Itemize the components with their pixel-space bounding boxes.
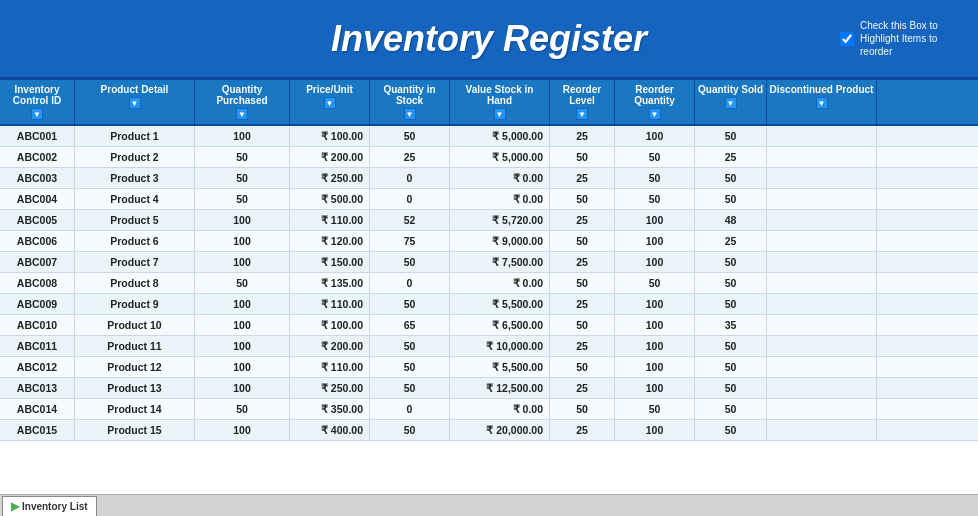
tab-bar: ▶ Inventory List: [0, 494, 978, 516]
app-container: Inventory Register Check this Box to Hig…: [0, 0, 978, 516]
table-cell: 25: [550, 252, 615, 272]
table-cell: 50: [615, 147, 695, 167]
table-cell: Product 11: [75, 336, 195, 356]
table-cell: 25: [550, 294, 615, 314]
table-cell: ABC015: [0, 420, 75, 440]
table-cell: ₹ 5,720.00: [450, 210, 550, 230]
table-cell: [767, 168, 877, 188]
table-cell: Product 15: [75, 420, 195, 440]
table-cell: 50: [695, 189, 767, 209]
table-cell: ABC004: [0, 189, 75, 209]
inventory-list-tab[interactable]: ▶ Inventory List: [2, 496, 97, 516]
table-cell: 35: [695, 315, 767, 335]
table-row[interactable]: ABC015Product 15100₹ 400.0050₹ 20,000.00…: [0, 420, 978, 441]
table-cell: ₹ 250.00: [290, 378, 370, 398]
table-cell: Product 10: [75, 315, 195, 335]
table-row[interactable]: ABC009Product 9100₹ 110.0050₹ 5,500.0025…: [0, 294, 978, 315]
table-cell: ABC010: [0, 315, 75, 335]
table-cell: [767, 357, 877, 377]
table-row[interactable]: ABC013Product 13100₹ 250.0050₹ 12,500.00…: [0, 378, 978, 399]
table-cell: 50: [370, 378, 450, 398]
table-cell: ₹ 0.00: [450, 189, 550, 209]
table-cell: 75: [370, 231, 450, 251]
table-cell: ₹ 120.00: [290, 231, 370, 251]
table-cell: [767, 189, 877, 209]
table-cell: ₹ 200.00: [290, 147, 370, 167]
table-cell: ₹ 10,000.00: [450, 336, 550, 356]
col-header-id: Inventory Control ID ▼: [0, 80, 75, 124]
col-header-reorder-qty: Reorder Quantity ▼: [615, 80, 695, 124]
tab-label: Inventory List: [22, 501, 88, 512]
table-cell: 50: [615, 168, 695, 188]
filter-arrow-product[interactable]: ▼: [129, 97, 141, 109]
filter-arrow-reorder-qty[interactable]: ▼: [649, 108, 661, 120]
table-row[interactable]: ABC005Product 5100₹ 110.0052₹ 5,720.0025…: [0, 210, 978, 231]
table-cell: 25: [550, 420, 615, 440]
table-cell: 50: [550, 231, 615, 251]
table-cell: 50: [615, 189, 695, 209]
table-cell: ₹ 500.00: [290, 189, 370, 209]
table-row[interactable]: ABC001Product 1100₹ 100.0050₹ 5,000.0025…: [0, 126, 978, 147]
table-cell: 50: [695, 252, 767, 272]
table-cell: 50: [370, 126, 450, 146]
col-header-qty-stock: Quantity in Stock ▼: [370, 80, 450, 124]
highlight-reorder-checkbox[interactable]: [840, 32, 854, 46]
table-cell: Product 4: [75, 189, 195, 209]
table-cell: 100: [615, 126, 695, 146]
table-cell: 100: [615, 420, 695, 440]
filter-arrow-qty-purchased[interactable]: ▼: [236, 108, 248, 120]
table-row[interactable]: ABC014Product 1450₹ 350.000₹ 0.00505050: [0, 399, 978, 420]
table-cell: 100: [195, 357, 290, 377]
table-row[interactable]: ABC003Product 350₹ 250.000₹ 0.00255050: [0, 168, 978, 189]
table-cell: 50: [695, 273, 767, 293]
table-cell: Product 7: [75, 252, 195, 272]
table-cell: 50: [195, 189, 290, 209]
table-row[interactable]: ABC012Product 12100₹ 110.0050₹ 5,500.005…: [0, 357, 978, 378]
table-cell: 0: [370, 168, 450, 188]
filter-arrow-qty-stock[interactable]: ▼: [404, 108, 416, 120]
table-cell: 100: [195, 126, 290, 146]
col-header-product: Product Detail ▼: [75, 80, 195, 124]
table-cell: 25: [550, 126, 615, 146]
col-header-qty-purchased: Quantity Purchased ▼: [195, 80, 290, 124]
table-cell: ₹ 0.00: [450, 168, 550, 188]
table-cell: 50: [370, 294, 450, 314]
filter-arrow-value-stock[interactable]: ▼: [494, 108, 506, 120]
table-cell: 50: [695, 168, 767, 188]
table-cell: 100: [195, 210, 290, 230]
table-cell: ABC013: [0, 378, 75, 398]
col-header-qty-sold: Quantity Sold ▼: [695, 80, 767, 124]
table-cell: ₹ 20,000.00: [450, 420, 550, 440]
table-cell: 100: [195, 336, 290, 356]
table-cell: 50: [695, 126, 767, 146]
table-row[interactable]: ABC008Product 850₹ 135.000₹ 0.00505050: [0, 273, 978, 294]
table-cell: ABC002: [0, 147, 75, 167]
table-cell: 100: [615, 210, 695, 230]
table-cell: 50: [370, 336, 450, 356]
table-row[interactable]: ABC004Product 450₹ 500.000₹ 0.00505050: [0, 189, 978, 210]
col-header-discontinued: Discontinued Product ▼: [767, 80, 877, 124]
table-cell: 50: [195, 147, 290, 167]
filter-arrow-id[interactable]: ▼: [31, 108, 43, 120]
table-row[interactable]: ABC011Product 11100₹ 200.0050₹ 10,000.00…: [0, 336, 978, 357]
table-cell: 50: [195, 168, 290, 188]
table-cell: 25: [370, 147, 450, 167]
table-cell: 50: [695, 378, 767, 398]
table-cell: 50: [550, 399, 615, 419]
filter-arrow-discontinued[interactable]: ▼: [816, 97, 828, 109]
filter-arrow-qty-sold[interactable]: ▼: [725, 97, 737, 109]
table-cell: 50: [550, 315, 615, 335]
table-cell: ₹ 12,500.00: [450, 378, 550, 398]
col-header-value-stock: Value Stock in Hand ▼: [450, 80, 550, 124]
table-cell: 50: [370, 420, 450, 440]
table-cell: 50: [695, 420, 767, 440]
table-row[interactable]: ABC010Product 10100₹ 100.0065₹ 6,500.005…: [0, 315, 978, 336]
table-cell: 100: [195, 378, 290, 398]
filter-arrow-price[interactable]: ▼: [324, 97, 336, 109]
table-cell: 50: [615, 399, 695, 419]
table-row[interactable]: ABC006Product 6100₹ 120.0075₹ 9,000.0050…: [0, 231, 978, 252]
table-row[interactable]: ABC007Product 7100₹ 150.0050₹ 7,500.0025…: [0, 252, 978, 273]
table-cell: 50: [695, 399, 767, 419]
table-row[interactable]: ABC002Product 250₹ 200.0025₹ 5,000.00505…: [0, 147, 978, 168]
filter-arrow-reorder-level[interactable]: ▼: [576, 108, 588, 120]
